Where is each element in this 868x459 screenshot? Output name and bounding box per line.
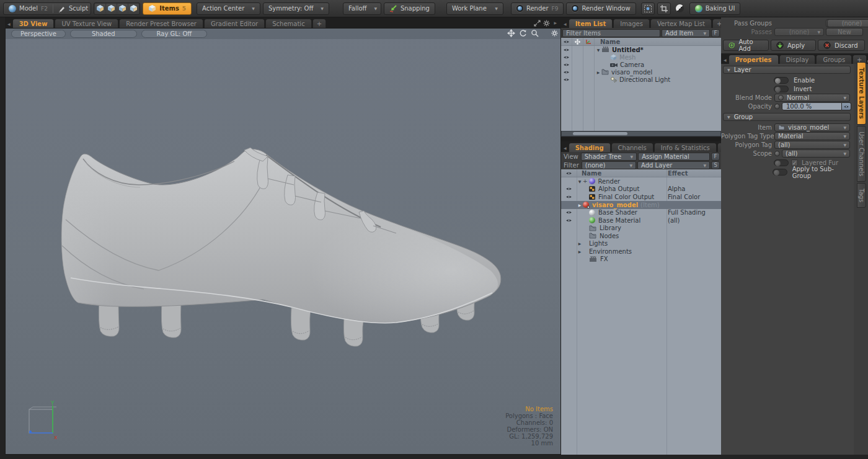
tab-render-preset-browser[interactable]: Render Preset Browser xyxy=(119,19,203,28)
tab-scroll-left-icon[interactable]: ◀ xyxy=(562,146,569,152)
zoom-icon[interactable] xyxy=(531,29,539,37)
scope-dropdown[interactable]: (all) xyxy=(782,149,850,158)
tab-gradient-editor[interactable]: Gradient Editor xyxy=(204,19,265,28)
filter-items-input[interactable] xyxy=(562,29,660,37)
expand-icon[interactable]: ▶ xyxy=(577,249,583,254)
assign-material-button[interactable]: Assign Material xyxy=(638,153,710,161)
sculpt-button[interactable]: Sculpt xyxy=(69,5,88,12)
add-layer-dropdown[interactable]: Add Layer▼ xyxy=(637,161,710,169)
shader-row-fx[interactable]: FX xyxy=(561,256,721,264)
tab-add[interactable]: + xyxy=(312,19,326,28)
item-row-scene[interactable]: ▼ Untitled* xyxy=(561,46,721,53)
expand-icon[interactable]: ▶ xyxy=(577,203,583,207)
shader-row-nodes[interactable]: Nodes xyxy=(561,232,721,240)
opacity-field[interactable]: 100.0 % xyxy=(782,102,842,110)
items-mode-button[interactable]: Items 5 xyxy=(143,2,192,15)
rotate-icon[interactable] xyxy=(519,29,527,37)
gear-icon[interactable] xyxy=(543,20,550,27)
shader-row-environments[interactable]: ▶ Environments xyxy=(561,247,721,256)
item-dropdown[interactable]: visaro_model xyxy=(774,123,850,131)
eye-icon[interactable] xyxy=(565,187,572,191)
pan-icon[interactable] xyxy=(507,29,515,37)
viewport-3d[interactable]: Perspective Shaded Ray GL: Off xyxy=(5,28,561,455)
eye-icon[interactable] xyxy=(563,70,570,74)
opacity-mini-toggle[interactable] xyxy=(774,104,780,109)
item-row-camera[interactable]: Camera xyxy=(561,61,721,68)
render-window-button[interactable]: Render Window xyxy=(566,2,636,15)
polygons-mode-button[interactable] xyxy=(117,4,128,14)
tab-uv-texture-view[interactable]: UV Texture View xyxy=(55,19,118,28)
baking-ui-button[interactable]: Baking UI xyxy=(689,2,741,15)
tab-groups[interactable]: Groups xyxy=(816,55,852,64)
shader-row-lights[interactable]: ▶ Lights xyxy=(561,240,721,248)
eye-icon[interactable] xyxy=(565,210,572,215)
invert-toggle[interactable] xyxy=(774,86,789,92)
shader-row-library[interactable]: Library xyxy=(561,225,721,233)
expand-panel-icon[interactable] xyxy=(534,20,541,27)
polygon-tag-type-dropdown[interactable]: Material xyxy=(774,132,850,140)
tab-scroll-right-icon[interactable]: ▶ xyxy=(552,20,559,27)
passes-new-button[interactable]: New xyxy=(826,28,863,36)
tab-3d-view[interactable]: 3D View xyxy=(12,19,55,28)
shader-row-visaro-model[interactable]: ▶ visaro_model (Item) xyxy=(561,201,721,209)
opacity-envelope-button[interactable] xyxy=(842,102,851,110)
shader-row-final-color-output[interactable]: Final Color Output Final Color xyxy=(561,193,721,201)
scope-mini-toggle[interactable] xyxy=(774,151,780,156)
expand-icon[interactable]: ▶ xyxy=(595,70,601,74)
work-plane-dropdown[interactable]: Work Plane xyxy=(446,2,503,15)
tab-channels[interactable]: Channels xyxy=(611,143,653,152)
football-boot-model[interactable] xyxy=(58,146,511,351)
falloff-dropdown[interactable]: Falloff xyxy=(343,2,381,15)
shader-row-alpha-output[interactable]: Alpha Output Alpha xyxy=(561,185,721,194)
apply-button[interactable]: Apply xyxy=(771,40,816,51)
itemlist-hscrollbar[interactable] xyxy=(561,131,721,136)
shaded-pill[interactable]: Shaded xyxy=(70,30,137,38)
item-row-directional-light[interactable]: Directional Light xyxy=(561,76,721,83)
polygon-tag-dropdown[interactable]: (all) xyxy=(774,141,850,149)
perspective-pill[interactable]: Perspective xyxy=(11,30,66,38)
expand-icon[interactable]: ▼ xyxy=(595,48,601,52)
layer-section-header[interactable]: ▼Layer xyxy=(723,66,851,74)
expand-icon[interactable]: ▶ xyxy=(577,241,583,246)
vertices-mode-button[interactable] xyxy=(95,4,105,14)
tab-scroll-left-icon[interactable]: ◀ xyxy=(562,22,569,28)
tab-item-list[interactable]: Item List xyxy=(569,19,613,28)
eye-icon[interactable] xyxy=(563,63,570,67)
layered-fur-toggle[interactable] xyxy=(774,159,789,166)
symmetry-dropdown[interactable]: Symmetry: Off xyxy=(263,2,329,15)
expand-icon[interactable]: ▼ xyxy=(577,179,583,184)
filter-preset-button[interactable]: F xyxy=(711,153,720,161)
discard-button[interactable]: Discard xyxy=(818,40,865,51)
tab-display[interactable]: Display xyxy=(779,55,816,64)
tab-scroll-left-icon[interactable]: ◀ xyxy=(6,22,12,28)
shader-row-base-shader[interactable]: Base Shader Full Shading xyxy=(561,209,721,217)
filter-preset-button[interactable]: F xyxy=(711,29,720,37)
side-tab-texture-layers[interactable]: Texture Layers xyxy=(857,62,866,125)
auto-add-button[interactable]: Auto Add xyxy=(723,40,769,51)
enable-toggle[interactable] xyxy=(774,77,789,84)
tab-properties[interactable]: Properties xyxy=(728,55,779,64)
tab-schematic[interactable]: Schematic xyxy=(265,19,311,28)
name-column-header[interactable]: Name xyxy=(594,38,620,45)
apply-subgroup-toggle[interactable] xyxy=(773,169,787,176)
raygl-pill[interactable]: Ray GL: Off xyxy=(141,30,208,38)
pass-groups-dropdown[interactable]: (none) xyxy=(827,19,868,27)
tab-images[interactable]: Images xyxy=(613,19,650,28)
blend-mode-dropdown[interactable]: Normal xyxy=(774,94,850,102)
shader-tree-dropdown[interactable]: Shader Tree▼ xyxy=(581,153,637,161)
add-item-dropdown[interactable]: Add Item▼ xyxy=(662,29,710,37)
render-button[interactable]: Render F9 xyxy=(511,2,564,15)
shader-row-render[interactable]: ▼ + Render xyxy=(561,177,721,185)
viewport-gear-icon[interactable] xyxy=(551,30,558,37)
edges-mode-button[interactable] xyxy=(106,4,117,14)
filter-none-dropdown[interactable]: (none)▼ xyxy=(582,161,636,169)
render-region-button[interactable] xyxy=(641,2,655,15)
name-column-header[interactable]: Name xyxy=(577,170,601,177)
tab-info-statistics[interactable]: Info & Statistics xyxy=(654,143,717,152)
tab-scroll-left-icon[interactable]: ◀ xyxy=(722,58,728,64)
model-button[interactable]: Model xyxy=(19,5,38,12)
eye-icon[interactable] xyxy=(563,78,570,82)
item-row-visaro-model[interactable]: ▶ visaro_model xyxy=(561,68,721,76)
eye-icon[interactable] xyxy=(565,195,572,199)
group-section-header[interactable]: ▼Group xyxy=(723,113,851,121)
